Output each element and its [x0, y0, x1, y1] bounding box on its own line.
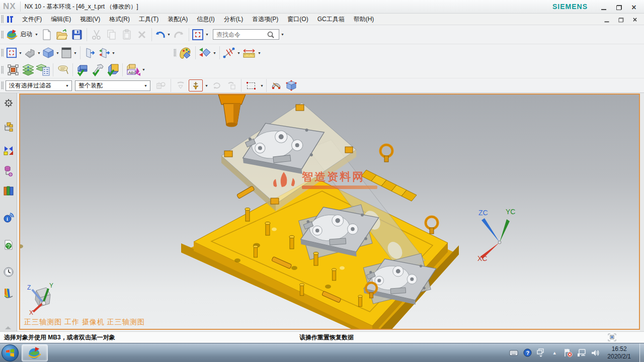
- orient-view-button[interactable]: ▼: [24, 45, 41, 60]
- save-button[interactable]: [70, 27, 84, 42]
- chevron-down-icon[interactable]: ▼: [212, 51, 217, 55]
- volume-icon[interactable]: [591, 348, 600, 357]
- touch-mode-button[interactable]: ▼: [192, 27, 209, 42]
- keyboard-icon[interactable]: [509, 348, 518, 357]
- shaded-view-button[interactable]: ▼: [42, 45, 60, 60]
- chevron-down-icon[interactable]: ▼: [34, 33, 39, 36]
- network-icon[interactable]: [577, 348, 586, 357]
- roles-gear-icon[interactable]: [3, 97, 15, 109]
- menu-format[interactable]: 格式(R): [105, 14, 134, 25]
- 3d-model[interactable]: [20, 95, 639, 329]
- chevron-down-icon[interactable]: ▼: [204, 84, 209, 87]
- selection-filter-dropdown[interactable]: 没有选择过滤器 ▼: [6, 80, 72, 91]
- taskbar-nx-app-button[interactable]: [22, 344, 48, 361]
- show-hidden-icons[interactable]: ▲: [550, 348, 559, 357]
- chevron-down-icon[interactable]: ▼: [167, 33, 171, 36]
- child-close-button[interactable]: ×: [631, 16, 638, 23]
- graphics-window[interactable]: 智造资料网 ZC YC XC: [19, 94, 640, 330]
- move-object-button[interactable]: [6, 62, 20, 77]
- layer-visible-button[interactable]: [36, 62, 50, 77]
- assembly-navigator-icon[interactable]: [3, 121, 15, 133]
- open-button[interactable]: [55, 27, 69, 42]
- magnet-tool-button[interactable]: [269, 79, 283, 92]
- chevron-down-icon[interactable]: ▼: [280, 33, 285, 36]
- close-button[interactable]: ×: [630, 3, 638, 10]
- minimize-button[interactable]: [600, 3, 608, 10]
- toolbar-grip[interactable]: [174, 49, 176, 57]
- menu-analysis[interactable]: 分析(L): [219, 14, 248, 25]
- note-button[interactable]: [56, 62, 70, 77]
- menu-view[interactable]: 视图(V): [75, 14, 105, 25]
- command-search-input[interactable]: [216, 31, 267, 38]
- constraint-navigator-icon[interactable]: [3, 144, 15, 156]
- menu-tools[interactable]: 工具(T): [134, 14, 163, 25]
- chevron-down-icon[interactable]: ▼: [111, 51, 116, 55]
- menu-edit[interactable]: 编辑(E): [46, 14, 75, 25]
- web-browser-icon[interactable]: [3, 239, 15, 251]
- history-icon[interactable]: [3, 266, 15, 278]
- command-finder[interactable]: [213, 29, 279, 40]
- window-dock-icon[interactable]: [608, 333, 616, 343]
- menu-file[interactable]: 文件(F): [18, 14, 46, 25]
- menu-help[interactable]: 帮助(H): [349, 14, 379, 25]
- chevron-down-icon[interactable]: ▼: [55, 51, 60, 55]
- clip-section-2-button[interactable]: ▼: [98, 45, 116, 60]
- chevron-down-icon[interactable]: ▼: [73, 51, 77, 55]
- part-navigator-icon[interactable]: [3, 165, 15, 177]
- visualize-shape-button[interactable]: ▼: [198, 45, 217, 60]
- toolbar-grip[interactable]: [1, 31, 4, 39]
- chevron-down-icon[interactable]: ▼: [260, 84, 264, 87]
- chevron-down-icon[interactable]: ▼: [18, 51, 23, 55]
- distance-button[interactable]: ▼: [242, 45, 262, 60]
- chevron-down-icon[interactable]: ▼: [257, 51, 262, 55]
- interpart-check-button[interactable]: [106, 62, 120, 77]
- hd3d-tools-icon[interactable]: i: [3, 212, 15, 224]
- toolbar-grip[interactable]: [1, 15, 4, 23]
- render-style-button[interactable]: [179, 45, 193, 60]
- reuse-library-icon[interactable]: [3, 185, 15, 197]
- menu-gc-toolbox[interactable]: GC工具箱: [313, 14, 349, 25]
- vertex-cube-button[interactable]: [284, 79, 298, 92]
- window-background-button[interactable]: ▼: [61, 45, 77, 60]
- menu-information[interactable]: 信息(I): [192, 14, 219, 25]
- toolbar-grip[interactable]: [1, 49, 4, 57]
- toolbar-grip[interactable]: [1, 66, 4, 74]
- chevron-down-icon[interactable]: ▼: [37, 51, 41, 55]
- child-minimize-button[interactable]: [603, 16, 610, 23]
- snap-filter-button[interactable]: [189, 79, 203, 92]
- new-file-button[interactable]: [40, 27, 54, 42]
- show-desktop-button[interactable]: [639, 343, 644, 362]
- layer-settings-button[interactable]: [21, 62, 35, 77]
- menu-window[interactable]: 窗口(O): [283, 14, 312, 25]
- window-tray-icon[interactable]: [536, 348, 545, 357]
- clip-section-button[interactable]: [83, 45, 97, 60]
- assembly-check-button[interactable]: [75, 62, 90, 77]
- toolbar-grip[interactable]: [1, 81, 4, 89]
- chevron-down-icon[interactable]: ▼: [205, 33, 209, 36]
- undo-button[interactable]: ▼: [154, 27, 171, 42]
- system-materials-icon[interactable]: [3, 287, 15, 299]
- search-icon[interactable]: [267, 31, 275, 39]
- menu-assemblies[interactable]: 装配(A): [163, 14, 192, 25]
- child-restore-button[interactable]: [617, 16, 624, 23]
- fit-view-button[interactable]: ▼: [6, 45, 23, 60]
- measure-button[interactable]: ▼: [222, 45, 241, 60]
- help-icon[interactable]: ?: [523, 348, 532, 357]
- fix-check-button[interactable]: [91, 62, 105, 77]
- restore-button[interactable]: [615, 3, 623, 10]
- selection-scope-dropdown[interactable]: 整个装配 ▼: [75, 80, 150, 91]
- menu-preferences[interactable]: 首选项(P): [248, 14, 283, 25]
- chevron-down-icon[interactable]: ▼: [236, 51, 241, 55]
- sidebar-sash[interactable]: [5, 326, 11, 329]
- action-center-flag-icon[interactable]: [564, 348, 573, 357]
- marquee-select-button[interactable]: [244, 79, 258, 92]
- fixture-base-top[interactable]: [20, 177, 448, 329]
- rename-button[interactable]: ABC ▼: [125, 62, 146, 77]
- chevron-down-icon[interactable]: ▼: [141, 68, 146, 71]
- start-button[interactable]: [2, 344, 19, 361]
- wcs-triad[interactable]: ZC YC XC: [475, 206, 521, 261]
- orient-view-icon: [24, 47, 36, 58]
- start-button[interactable]: 启动 ▼: [6, 27, 39, 42]
- hydraulic-cylinder[interactable]: [218, 95, 246, 127]
- taskbar-clock[interactable]: 16:52 2020/2/1: [607, 345, 631, 360]
